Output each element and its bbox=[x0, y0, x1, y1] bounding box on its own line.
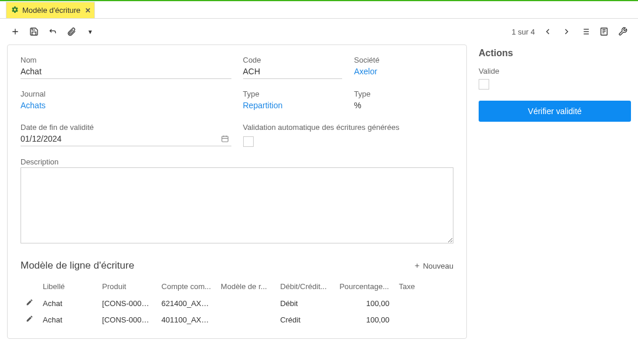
label-journal: Journal bbox=[21, 90, 231, 98]
lines-title: Modèle de ligne d'écriture bbox=[21, 260, 134, 272]
form-view-button[interactable] bbox=[596, 23, 612, 40]
pager-text: 1 sur 4 bbox=[511, 28, 535, 36]
new-record-button[interactable] bbox=[7, 23, 23, 40]
col-compte[interactable]: Compte com... bbox=[157, 279, 216, 295]
valide-checkbox[interactable] bbox=[479, 79, 489, 90]
link-societe[interactable]: Axelor bbox=[354, 66, 453, 78]
textarea-description[interactable] bbox=[21, 167, 453, 243]
save-button[interactable] bbox=[26, 23, 42, 40]
col-libelle[interactable]: Libellé bbox=[38, 279, 97, 295]
table-row[interactable]: Achat [CONS-0005]... 401100_AXE ... Créd… bbox=[21, 311, 453, 328]
toolbar: ▼ 1 sur 4 bbox=[0, 19, 638, 44]
calendar-icon[interactable] bbox=[221, 135, 229, 145]
next-record-button[interactable] bbox=[558, 23, 575, 40]
label-date-fin: Date de fin de validité bbox=[21, 123, 231, 132]
label-type1: Type bbox=[243, 90, 343, 98]
col-pct[interactable]: Pourcentage... bbox=[335, 279, 394, 295]
attachment-button[interactable] bbox=[63, 23, 80, 40]
table-row[interactable]: Achat [CONS-0005]... 621400_AXE ... Débi… bbox=[21, 295, 453, 312]
label-societe: Société bbox=[354, 56, 453, 64]
input-date-fin[interactable]: 01/12/2024 bbox=[21, 133, 231, 146]
back-button[interactable] bbox=[45, 23, 61, 40]
svg-rect-10 bbox=[221, 136, 228, 142]
actions-panel: Actions Valide Vérifier validité bbox=[479, 44, 631, 339]
label-validation-auto: Validation automatique des écritures gén… bbox=[243, 123, 454, 132]
link-journal[interactable]: Achats bbox=[21, 99, 231, 112]
prev-record-button[interactable] bbox=[540, 23, 556, 40]
verify-validity-button[interactable]: Vérifier validité bbox=[479, 101, 631, 122]
label-type2: Type bbox=[354, 90, 453, 98]
form-card: Nom Achat Code ACH Société Axelor Journa… bbox=[7, 44, 467, 339]
label-description: Description bbox=[21, 157, 453, 166]
tab-modele-ecriture[interactable]: Modèle d'écriture ✕ bbox=[6, 2, 95, 18]
select-type1[interactable]: Repartition bbox=[243, 99, 343, 112]
gear-icon bbox=[11, 6, 19, 15]
input-nom[interactable]: Achat bbox=[21, 66, 231, 79]
settings-button[interactable] bbox=[615, 23, 631, 40]
valide-label: Valide bbox=[479, 67, 631, 75]
new-line-button[interactable]: Nouveau bbox=[414, 262, 453, 270]
col-produit[interactable]: Produit bbox=[97, 279, 156, 295]
tab-title: Modèle d'écriture bbox=[22, 6, 80, 15]
checkbox-validation-auto[interactable] bbox=[243, 136, 254, 147]
label-code: Code bbox=[243, 56, 343, 64]
input-code[interactable]: ACH bbox=[243, 66, 343, 79]
more-dropdown[interactable]: ▼ bbox=[82, 23, 98, 40]
edit-row-icon[interactable] bbox=[21, 295, 38, 312]
close-icon[interactable]: ✕ bbox=[85, 6, 91, 15]
list-view-button[interactable] bbox=[577, 23, 593, 40]
col-dc[interactable]: Débit/Crédit... bbox=[275, 279, 335, 295]
actions-title: Actions bbox=[479, 48, 631, 59]
col-taxe[interactable]: Taxe bbox=[394, 279, 453, 295]
col-modele[interactable]: Modèle de r... bbox=[216, 279, 275, 295]
new-line-label: Nouveau bbox=[423, 262, 453, 270]
tab-bar: Modèle d'écriture ✕ bbox=[0, 0, 638, 19]
lines-table: Libellé Produit Compte com... Modèle de … bbox=[21, 279, 453, 328]
value-type2: % bbox=[354, 99, 453, 112]
edit-row-icon[interactable] bbox=[21, 311, 38, 328]
label-nom: Nom bbox=[21, 56, 231, 64]
